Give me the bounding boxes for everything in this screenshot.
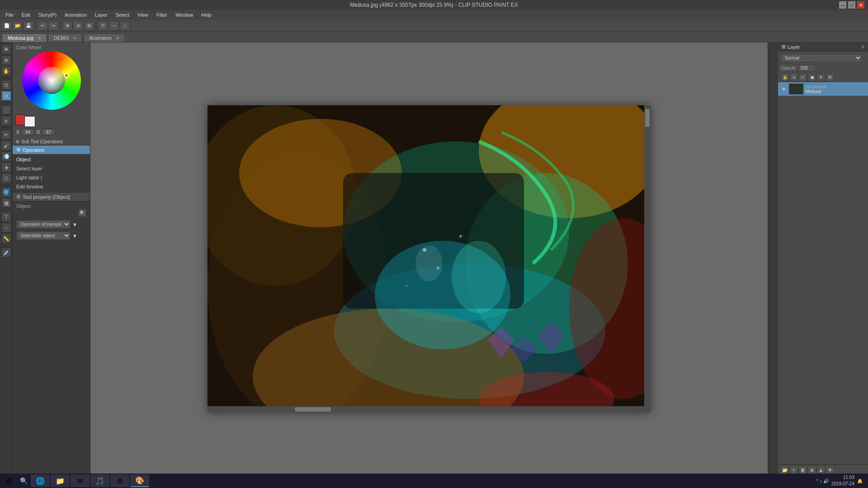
fit-button[interactable]: ⊞: [84, 21, 94, 30]
op-item-light-table[interactable]: Light table |: [13, 173, 90, 182]
undo-button[interactable]: ↩: [38, 21, 47, 30]
canvas-scrollbar-horizontal[interactable]: [208, 406, 644, 413]
tool-hand[interactable]: ✋: [1, 66, 11, 76]
open-button[interactable]: 📂: [13, 21, 23, 30]
operation-header[interactable]: ⚙ Operation: [13, 145, 90, 154]
blend-mode-row: Normal Multiply Screen Overlay: [778, 52, 868, 64]
layer-effect-button[interactable]: ✦: [817, 73, 825, 81]
left-tools-panel: Color Wheel S 94 O 67: [13, 42, 90, 475]
op-item-edit-timeline[interactable]: Edit timeline: [13, 182, 90, 191]
tab-close-illustration[interactable]: ✕: [116, 36, 119, 41]
menu-filter[interactable]: Filter: [153, 11, 171, 19]
tool-zoom[interactable]: ⊕: [1, 55, 11, 65]
canvas-scrollbar-thumb-horizontal[interactable]: [295, 407, 331, 412]
canvas-scrollbar-vertical[interactable]: [644, 105, 651, 413]
taskbar-media[interactable]: 🎵: [90, 474, 109, 487]
menu-view[interactable]: View: [134, 11, 152, 19]
taskbar-notifications[interactable]: 🔔: [857, 479, 863, 483]
layer-item-medusa[interactable]: 👁 100 Normal Medusa: [778, 82, 868, 96]
layer-mask-button[interactable]: ◼: [808, 73, 816, 81]
tool-select-rect[interactable]: ⬚: [1, 105, 11, 115]
menu-layer[interactable]: Layer: [91, 11, 111, 19]
tool-ruler[interactable]: 📏: [1, 234, 11, 244]
blend-mode-select[interactable]: Normal Multiply Screen Overlay: [781, 54, 862, 62]
layer-settings-button[interactable]: ⚙: [826, 73, 834, 81]
tool-eraser[interactable]: ◻: [1, 173, 11, 183]
close-button[interactable]: ✕: [857, 1, 864, 9]
new-button[interactable]: 📄: [2, 21, 12, 30]
tool-shape[interactable]: ○: [1, 223, 11, 233]
canvas-frame: [208, 105, 651, 413]
zoom-out-button[interactable]: ⊖: [73, 21, 83, 30]
opacity-input[interactable]: [798, 65, 816, 71]
layer-lock-button[interactable]: 🔒: [781, 73, 789, 81]
tool-object[interactable]: ⊞: [1, 91, 11, 101]
taskbar-mail[interactable]: ✉: [71, 474, 90, 487]
tool-text[interactable]: T: [1, 212, 11, 222]
taskbar-settings[interactable]: ⚙: [110, 474, 129, 487]
merge-layer-button[interactable]: ⊕: [808, 466, 816, 474]
layer-clip-button[interactable]: ⊂: [799, 73, 807, 81]
rotate-button[interactable]: ↻: [98, 21, 108, 30]
taskbar-clip-studio[interactable]: 🎨: [130, 474, 149, 487]
brush-opacity-value[interactable]: 67: [42, 129, 55, 136]
tool-airbrush[interactable]: 💨: [1, 151, 11, 161]
save-button[interactable]: 💾: [24, 21, 33, 30]
background-color-swatch[interactable]: [24, 116, 35, 127]
tool-navigation[interactable]: ✥: [1, 44, 11, 54]
maximize-button[interactable]: □: [848, 1, 855, 9]
zoom-in-button[interactable]: ⊕: [62, 21, 72, 30]
flip-h-button[interactable]: ↔: [109, 21, 119, 30]
redo-button[interactable]: ↪: [48, 21, 58, 30]
tab-demo[interactable]: DEMO ✕: [48, 33, 82, 42]
property-search-button[interactable]: 🔍: [78, 209, 86, 217]
operation-transparent-select[interactable]: Operation of transparent part Do not sel…: [16, 220, 71, 229]
color-wheel-container[interactable]: [22, 51, 81, 110]
canvas-image[interactable]: [208, 105, 651, 413]
selectable-object-select[interactable]: Selectable object All layers Current lay…: [16, 231, 71, 240]
tool-select-lasso[interactable]: ⌀: [1, 116, 11, 126]
brush-size-value[interactable]: 94: [21, 129, 35, 136]
tool-fill[interactable]: 🪣: [1, 187, 11, 197]
tab-close-demo[interactable]: ✕: [73, 36, 76, 41]
tab-illustration[interactable]: Illustration ✕: [83, 33, 125, 42]
layer-up-button[interactable]: ▲: [817, 466, 825, 474]
canvas-scrollbar-thumb-vertical[interactable]: [645, 109, 650, 127]
start-button[interactable]: ⊞: [2, 474, 16, 487]
tool-gradient[interactable]: ▦: [1, 198, 11, 208]
menu-help[interactable]: Help: [198, 11, 215, 19]
add-layer-button[interactable]: +: [790, 466, 798, 474]
taskbar-explorer[interactable]: 📁: [51, 474, 70, 487]
delete-layer-button[interactable]: 🗑: [799, 466, 807, 474]
menu-story[interactable]: Story(P): [35, 11, 60, 19]
canvas-area[interactable]: [90, 42, 768, 475]
add-layer-folder-button[interactable]: 📁: [781, 466, 789, 474]
tool-eyedrop[interactable]: 💉: [1, 248, 11, 258]
layer-alpha-lock-button[interactable]: α: [790, 73, 798, 81]
opacity-label: O: [37, 130, 40, 135]
layer-visibility-toggle[interactable]: 👁: [781, 86, 787, 92]
layer-tab-icon: ⊞: [782, 44, 786, 50]
layer-name[interactable]: Medusa: [805, 89, 865, 94]
flip-v-button[interactable]: ↕: [120, 21, 130, 30]
tool-blend[interactable]: ◈: [1, 162, 11, 172]
tab-medusa[interactable]: Medusa.jpg ✕: [2, 33, 47, 42]
menu-window[interactable]: Window: [172, 11, 197, 19]
menu-file[interactable]: File: [2, 11, 17, 19]
layer-options-icon[interactable]: ≡: [862, 44, 864, 49]
tab-close-medusa[interactable]: ✕: [38, 36, 41, 41]
search-button[interactable]: 🔍: [17, 474, 30, 487]
menu-animation[interactable]: Animation: [61, 11, 90, 19]
artwork: [208, 105, 651, 413]
menu-edit[interactable]: Edit: [18, 11, 34, 19]
tool-pen[interactable]: ✏: [1, 130, 11, 140]
minimize-button[interactable]: —: [839, 1, 846, 9]
tool-operation[interactable]: ⊡: [1, 80, 11, 90]
taskbar-edge[interactable]: 🌐: [31, 474, 50, 487]
layer-down-button[interactable]: ▼: [826, 466, 834, 474]
op-item-object[interactable]: Object: [13, 155, 90, 164]
color-wheel[interactable]: [22, 51, 81, 110]
op-item-select-layer[interactable]: Select layer: [13, 164, 90, 173]
tool-brush[interactable]: 🖌: [1, 141, 11, 150]
menu-select[interactable]: Select: [112, 11, 133, 19]
